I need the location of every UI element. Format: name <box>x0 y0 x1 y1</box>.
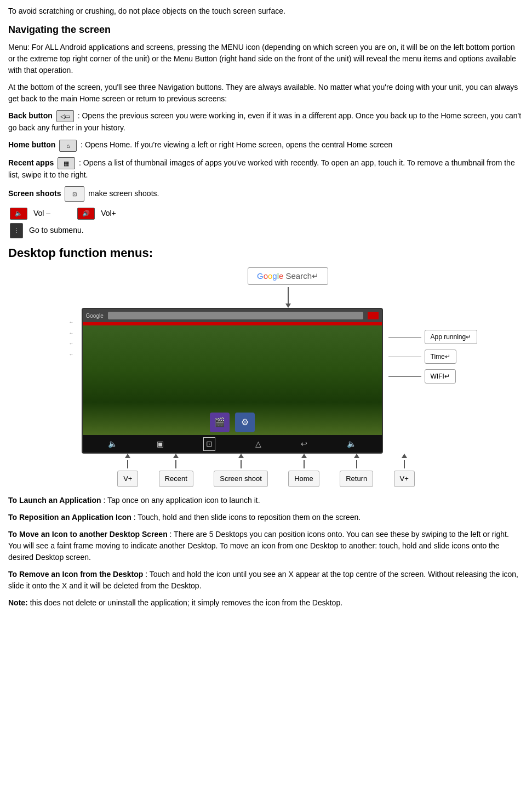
google-search-callout: Google Search↵ <box>248 267 328 285</box>
navbar-vol2-icon: 🔈 <box>347 438 356 450</box>
vol-minus-icon: 🔈 <box>10 207 27 219</box>
back-button-label: Back button <box>8 111 53 120</box>
callout-app-running: App running↵ <box>425 330 478 344</box>
bottom-label-v-plus-right: V+ <box>394 454 415 487</box>
note-heading-rest: this does not delete or uninstall the ap… <box>30 598 342 607</box>
intro-text: To avoid scratching or crushing, do not … <box>8 5 524 17</box>
vol-plus-icon: 🔊 <box>77 207 95 219</box>
launch-para: To Launch an Application : Tap once on a… <box>8 495 524 506</box>
recent-apps-icon: ▦ <box>58 157 75 169</box>
recent-apps-label: Recent apps <box>8 158 54 167</box>
screen-shoots-label: Screen shoots <box>8 189 61 198</box>
navbar-vol-icon: 🔈 <box>108 438 117 450</box>
navigating-heading: Navigating the screen <box>8 22 524 37</box>
v-plus-left-button: V+ <box>117 471 138 487</box>
home-button-icon: ⌂ <box>59 140 77 152</box>
menu-para: Menu: For ALL Android applications and s… <box>8 42 524 76</box>
screen-shoots-desc: make screen shoots. <box>88 189 159 198</box>
launch-heading-bold: To Launch an Application <box>8 496 101 505</box>
screen-navbar: 🔈 ▣ ⊡ △ ↩ 🔈 <box>83 435 382 453</box>
reposition-heading-bold: To Reposition an Application Icon <box>8 513 131 522</box>
recent-apps-desc: : Opens a list of thumbnail images of ap… <box>8 158 515 179</box>
screen-app-icon-2: ⚙ <box>235 413 255 432</box>
bottom-label-recent: Recent <box>159 454 193 487</box>
home-button-desc: : Opens Home. If you're viewing a left o… <box>81 140 392 149</box>
screen-mockup: Google 🎬 ⚙ 🔈 <box>82 308 383 454</box>
submenu-row: ⋮ Go to submenu. <box>8 223 524 238</box>
bottom-label-v-plus-left: V+ <box>117 454 138 487</box>
bottom-label-home: Home <box>288 454 319 487</box>
screen-topbar: Google <box>83 309 382 322</box>
vol-row: 🔈 Vol – 🔊 Vol+ <box>8 207 524 219</box>
v-plus-right-button: V+ <box>394 471 415 487</box>
home-button-para: Home button ⌂ : Opens Home. If you're vi… <box>8 139 524 151</box>
back-button-icon: ◁▭ <box>56 110 74 122</box>
screen-shoot-button: Screen shoot <box>214 471 268 487</box>
note-heading-bold: Note: <box>8 598 28 607</box>
note-para: Note: this does not delete or uninstall … <box>8 597 524 609</box>
callout-time: Time↵ <box>425 350 456 364</box>
navbar-recent-icon: ▣ <box>157 438 164 450</box>
home-button: Home <box>288 471 319 487</box>
screen-app-icon-1: 🎬 <box>210 413 230 432</box>
google-search-arrow-tip <box>285 304 291 308</box>
desktop-heading: Desktop function menus: <box>8 244 524 262</box>
bottom-label-return: Return <box>340 454 373 487</box>
back-button-para: Back button ◁▭ : Opens the previous scre… <box>8 110 524 134</box>
navbar-return-icon: ↩ <box>301 438 307 450</box>
navbar-screenshot-icon: ⊡ <box>203 437 215 451</box>
callout-labels: App running↵ Time↵ WIFI↵ <box>388 308 478 384</box>
screen-shoots-icon: ⊡ <box>65 186 84 202</box>
home-button-label: Home button <box>8 140 55 149</box>
desktop-diagram: Google Search↵ ← ← ← ← Google <box>8 267 524 487</box>
move-icon-heading-bold: To Move an Icon to another Desktop Scree… <box>8 530 168 539</box>
vol-plus-label: Vol+ <box>101 208 116 219</box>
recent-apps-para: Recent apps ▦ : Opens a list of thumbnai… <box>8 157 524 181</box>
vol-minus-label: Vol – <box>33 208 50 219</box>
reposition-para: To Reposition an Application Icon : Touc… <box>8 512 524 523</box>
diagram-container: ← ← ← ← Google 🎬 <box>69 308 464 454</box>
submenu-label: Go to submenu. <box>29 225 84 236</box>
reposition-heading-rest: : Touch, hold and then slide icons to re… <box>134 513 361 522</box>
screen-shoots-para: Screen shoots ⊡ make screen shoots. <box>8 186 524 202</box>
navbar-home-icon: △ <box>255 438 261 450</box>
move-icon-para: To Move an Icon to another Desktop Scree… <box>8 529 524 563</box>
bottom-label-screen-shoot: Screen shoot <box>214 454 268 487</box>
remove-icon-heading-bold: To Remove an Icon from the Desktop <box>8 570 143 579</box>
recent-button: Recent <box>159 471 193 487</box>
back-button-desc: : Opens the previous screen you were wor… <box>8 111 521 132</box>
screen-icons-row: 🎬 ⚙ <box>210 413 255 432</box>
callout-wifi: WIFI↵ <box>425 369 456 384</box>
screen-body: 🎬 ⚙ <box>83 325 382 435</box>
launch-heading-rest: : Tap once on any application icon to la… <box>103 496 260 505</box>
submenu-icon: ⋮ <box>10 223 23 238</box>
google-search-arrow <box>288 287 289 304</box>
nav-buttons-para: At the bottom of the screen, you'll see … <box>8 82 524 105</box>
remove-icon-para: To Remove an Icon from the Desktop : Tou… <box>8 569 524 592</box>
return-button: Return <box>340 471 373 487</box>
